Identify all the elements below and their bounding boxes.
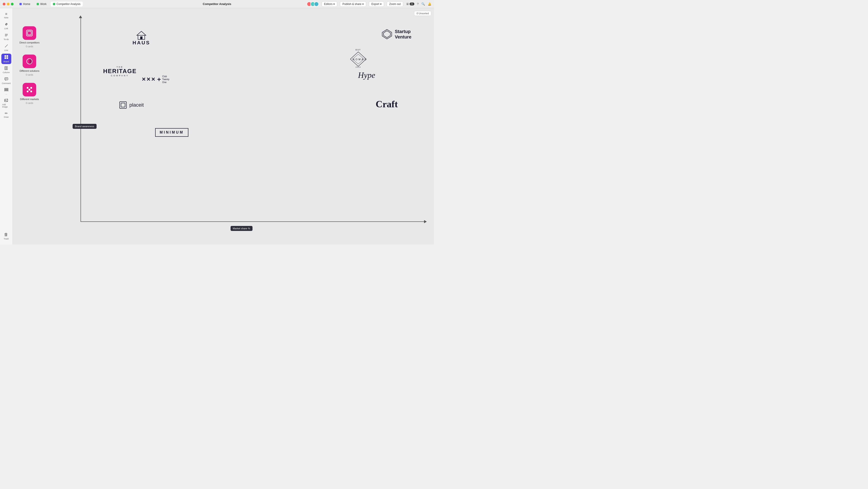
svg-text:O: O: [355, 58, 358, 61]
club-logo[interactable]: ✕✕✕ + Club Twenty One: [142, 75, 169, 84]
direct-label: Direct competitors: [20, 41, 39, 44]
x-axis-arrow: [424, 220, 427, 223]
svg-text:2020: 2020: [355, 66, 361, 68]
zoom-out-button[interactable]: Zoom out: [387, 1, 403, 7]
draw-label: Draw: [4, 116, 9, 118]
trash-icon: 🗑: [4, 232, 8, 237]
minimize-button[interactable]: [7, 3, 9, 5]
startup-logo[interactable]: Startup Venture: [381, 29, 411, 40]
svg-text:D: D: [365, 58, 367, 61]
close-button[interactable]: [3, 3, 5, 5]
column-tool[interactable]: Column: [1, 65, 11, 75]
hype-logo[interactable]: Hype: [358, 70, 375, 80]
tab-competitor-dot: [53, 3, 55, 5]
svg-rect-21: [28, 31, 31, 35]
more-icon: [4, 88, 8, 92]
line-label: Line: [4, 49, 8, 51]
add-image-label: Add image: [2, 104, 10, 108]
club-text: Club Twenty One: [162, 75, 169, 84]
haus-text: HAUS: [132, 40, 150, 46]
chart-container: Brand awareness Market share % HAUS Star…: [58, 17, 425, 235]
notification-badge: 21: [410, 2, 414, 5]
chevron-down-icon: ▾: [362, 2, 364, 6]
svg-rect-15: [4, 91, 8, 91]
comment-label: Comment: [2, 82, 11, 84]
link-tool[interactable]: Link: [1, 21, 11, 31]
publish-button[interactable]: Publish & share ▾: [340, 1, 366, 7]
club-cross-icon: +: [157, 76, 161, 83]
svg-rect-4: [4, 55, 6, 57]
draw-icon: ✏: [5, 112, 8, 115]
different-markets-card[interactable]: Different markets 0 cards: [20, 83, 39, 104]
add-image-icon: [4, 98, 8, 103]
monitor-icon[interactable]: 🖥 21: [406, 2, 414, 6]
minimum-logo[interactable]: MINIMUM: [155, 128, 188, 137]
board-tool[interactable]: Board: [1, 54, 11, 64]
tab-competitor-label: Competitor Analysis: [57, 2, 81, 6]
direct-competitors-card[interactable]: Direct competitors 0 cards: [20, 26, 39, 48]
tab-competitor[interactable]: Competitor Analysis: [51, 2, 83, 6]
svg-text:EST: EST: [355, 49, 361, 51]
minimum-text: MINIMUM: [160, 131, 184, 134]
svg-text:A: A: [362, 58, 364, 61]
column-icon: [4, 66, 8, 70]
tab-home[interactable]: Home: [17, 2, 33, 6]
haus-logo[interactable]: HAUS: [132, 31, 150, 46]
heritage-main: HERITAGE: [103, 68, 136, 74]
svg-rect-42: [120, 102, 126, 109]
solutions-icon: [23, 55, 36, 68]
trash-button[interactable]: 🗑 Trash: [2, 230, 11, 242]
markets-label: Different markets: [20, 98, 39, 100]
editors-button[interactable]: Editors ▾: [321, 1, 337, 7]
maximize-button[interactable]: [11, 3, 13, 5]
add-image-tool[interactable]: Add image: [1, 97, 11, 109]
line-tool[interactable]: Line: [1, 43, 11, 53]
canvas-area: 0 Unsorted Direct competitors 0 cards Di…: [13, 8, 434, 244]
avatar-3: [314, 2, 319, 6]
solutions-label: Different solutions: [20, 69, 39, 72]
draw-tool[interactable]: ✏ Draw: [1, 110, 11, 119]
help-icon[interactable]: ?: [417, 2, 418, 6]
export-button[interactable]: Export ▾: [369, 1, 384, 7]
more-tool[interactable]: ...: [1, 87, 11, 96]
heritage-logo[interactable]: THE HERITAGE COMPANY: [103, 66, 136, 77]
svg-rect-13: [4, 88, 8, 89]
todo-icon: [4, 33, 8, 37]
svg-rect-5: [6, 55, 8, 57]
svg-point-26: [30, 91, 32, 92]
different-solutions-card[interactable]: Different solutions 0 cards: [20, 55, 39, 76]
tab-work-dot: [37, 3, 39, 5]
unsorted-badge[interactable]: 0 Unsorted: [414, 11, 431, 16]
svg-marker-32: [383, 31, 390, 37]
hype-text: Hype: [358, 70, 375, 80]
bell-icon[interactable]: 🔔: [428, 2, 431, 6]
tab-work[interactable]: Work: [34, 2, 49, 6]
svg-point-23: [27, 87, 29, 89]
svg-rect-30: [140, 36, 143, 39]
svg-point-24: [30, 87, 32, 89]
publish-label: Publish & share: [342, 2, 362, 6]
search-icon[interactable]: 🔍: [421, 2, 425, 6]
svg-rect-6: [4, 57, 6, 59]
comment-tool[interactable]: Comment: [1, 76, 11, 86]
tab-home-label: Home: [23, 2, 30, 6]
todo-tool[interactable]: To-do: [1, 32, 11, 42]
svg-rect-14: [4, 89, 8, 90]
placeit-logo[interactable]: placeit: [119, 101, 144, 109]
note-tool[interactable]: ≡ Note: [1, 11, 11, 20]
minimum-box: MINIMUM: [155, 128, 188, 137]
more-label: ...: [5, 93, 7, 95]
titlebar-actions: Editors ▾ Publish & share ▾ Export ▾ Zoo…: [307, 1, 431, 7]
nomad-logo[interactable]: EST N O M A D 2020: [346, 48, 371, 68]
svg-rect-9: [6, 66, 7, 70]
svg-rect-8: [5, 66, 6, 70]
cards-panel: Direct competitors 0 cards Different sol…: [20, 26, 39, 104]
svg-point-25: [27, 91, 29, 92]
tab-work-label: Work: [40, 2, 46, 6]
comment-icon: [4, 77, 8, 82]
chevron-down-icon: ▾: [333, 2, 335, 6]
column-label: Column: [3, 71, 10, 74]
solutions-count: 0 cards: [26, 74, 33, 76]
craft-logo[interactable]: Craft: [376, 99, 398, 110]
markets-icon: [23, 83, 36, 96]
